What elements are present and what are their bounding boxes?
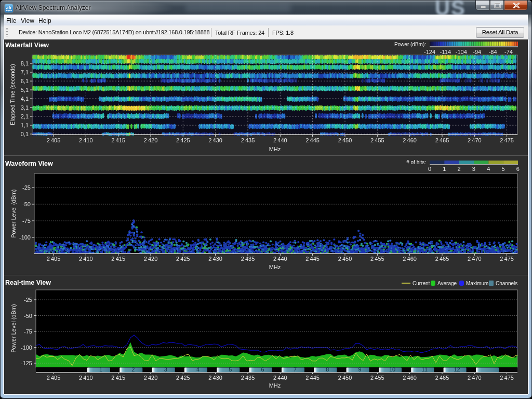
svg-text:2 445: 2 445: [305, 256, 320, 262]
svg-text:MHz: MHz: [269, 264, 281, 270]
svg-text:-104: -104: [456, 49, 467, 55]
svg-text:2 455: 2 455: [370, 256, 384, 262]
svg-text:2 405: 2 405: [47, 256, 61, 262]
svg-text:2 455: 2 455: [370, 375, 384, 381]
svg-text:2 460: 2 460: [403, 375, 417, 381]
svg-text:1,1: 1,1: [21, 122, 29, 128]
svg-text:Elapsed Time (seconds): Elapsed Time (seconds): [9, 64, 16, 125]
svg-text:2 445: 2 445: [305, 375, 320, 381]
svg-text:Waveform View: Waveform View: [5, 160, 53, 167]
svg-text:2: 2: [458, 166, 461, 172]
svg-text:2 420: 2 420: [144, 256, 158, 262]
svg-text:2 440: 2 440: [273, 375, 287, 381]
svg-text:2 420: 2 420: [144, 375, 158, 381]
svg-text:-50: -50: [22, 201, 31, 207]
svg-text:Maximum: Maximum: [466, 281, 488, 286]
svg-text:8: 8: [326, 366, 329, 373]
svg-text:2 445: 2 445: [305, 137, 320, 143]
svg-text:2 425: 2 425: [176, 256, 190, 262]
svg-text:2 460: 2 460: [403, 137, 417, 143]
svg-text:2 450: 2 450: [338, 256, 352, 262]
svg-text:2 435: 2 435: [241, 375, 255, 381]
svg-text:2 420: 2 420: [144, 137, 158, 143]
svg-text:-25: -25: [22, 184, 31, 191]
svg-text:2 405: 2 405: [47, 375, 61, 381]
svg-text:Power Level (dBm): Power Level (dBm): [10, 304, 17, 353]
svg-text:2 450: 2 450: [338, 375, 352, 381]
svg-text:Current: Current: [413, 281, 430, 286]
svg-text:5: 5: [501, 166, 504, 172]
svg-text:2 440: 2 440: [273, 256, 287, 262]
svg-text:2,1: 2,1: [21, 113, 29, 119]
svg-text:2 425: 2 425: [176, 137, 190, 143]
svg-text:MHz: MHz: [269, 382, 281, 389]
svg-text:8,1: 8,1: [21, 60, 29, 66]
svg-text:Power (dBm):: Power (dBm):: [394, 42, 426, 47]
svg-text:-75: -75: [22, 218, 31, 224]
svg-text:-124: -124: [424, 49, 435, 55]
svg-text:1: 1: [443, 166, 446, 172]
svg-text:2 465: 2 465: [435, 137, 449, 143]
svg-text:-94: -94: [473, 49, 481, 55]
svg-text:3: 3: [164, 366, 167, 373]
svg-text:4: 4: [487, 166, 490, 172]
svg-text:2 475: 2 475: [500, 375, 514, 381]
svg-text:-25: -25: [24, 297, 32, 303]
svg-text:4,1: 4,1: [21, 96, 29, 102]
svg-text:2 425: 2 425: [176, 375, 190, 381]
svg-text:-125: -125: [21, 360, 32, 366]
svg-text:-114: -114: [440, 49, 451, 55]
svg-text:2 470: 2 470: [468, 137, 482, 143]
svg-text:2 410: 2 410: [79, 137, 93, 143]
svg-text:2 450: 2 450: [338, 137, 352, 143]
svg-text:7,1: 7,1: [21, 69, 29, 75]
svg-text:MHz: MHz: [269, 146, 281, 152]
svg-text:# of hits:: # of hits:: [406, 159, 426, 165]
svg-text:0,1: 0,1: [21, 131, 29, 137]
svg-text:2 405: 2 405: [47, 137, 61, 143]
svg-text:2 435: 2 435: [241, 256, 255, 262]
svg-text:2 430: 2 430: [208, 375, 222, 381]
svg-text:2 465: 2 465: [435, 256, 449, 262]
svg-text:-74: -74: [504, 49, 513, 55]
svg-text:10: 10: [389, 366, 395, 373]
svg-text:7: 7: [294, 366, 297, 373]
svg-text:2 465: 2 465: [435, 375, 449, 381]
svg-text:2 430: 2 430: [208, 256, 222, 262]
svg-text:-100: -100: [19, 234, 31, 241]
svg-text:2 415: 2 415: [111, 256, 125, 262]
svg-text:-100: -100: [21, 344, 32, 351]
svg-text:11: 11: [422, 366, 428, 373]
svg-text:2 410: 2 410: [79, 256, 93, 262]
svg-text:-84: -84: [489, 49, 497, 55]
svg-text:6: 6: [516, 166, 520, 172]
svg-text:2 410: 2 410: [79, 375, 93, 381]
svg-text:1: 1: [99, 366, 102, 373]
svg-text:2 415: 2 415: [111, 375, 125, 381]
svg-text:0: 0: [428, 166, 431, 172]
svg-text:3,1: 3,1: [21, 104, 29, 111]
svg-text:2 455: 2 455: [370, 137, 384, 143]
svg-text:9: 9: [358, 366, 362, 373]
svg-text:4: 4: [196, 366, 200, 373]
svg-text:Waterfall View: Waterfall View: [5, 42, 49, 49]
svg-text:2 460: 2 460: [403, 256, 417, 262]
svg-text:-50: -50: [24, 313, 32, 319]
svg-text:2 415: 2 415: [111, 137, 125, 143]
svg-text:2 430: 2 430: [208, 137, 222, 143]
svg-text:3: 3: [472, 166, 475, 172]
svg-text:2: 2: [131, 366, 135, 373]
svg-text:2 475: 2 475: [500, 256, 514, 262]
svg-text:5,1: 5,1: [21, 87, 29, 93]
svg-text:6,1: 6,1: [21, 78, 29, 84]
svg-text:Real-time View: Real-time View: [5, 279, 51, 286]
svg-text:Average: Average: [437, 281, 457, 286]
svg-text:2 470: 2 470: [468, 375, 482, 381]
svg-text:2 440: 2 440: [273, 137, 287, 143]
svg-text:-75: -75: [24, 328, 32, 335]
svg-text:2 435: 2 435: [241, 137, 255, 143]
svg-text:5: 5: [229, 366, 232, 373]
svg-text:Power Level (dBm): Power Level (dBm): [10, 189, 17, 238]
svg-text:6: 6: [261, 366, 264, 373]
svg-text:12: 12: [454, 366, 460, 373]
